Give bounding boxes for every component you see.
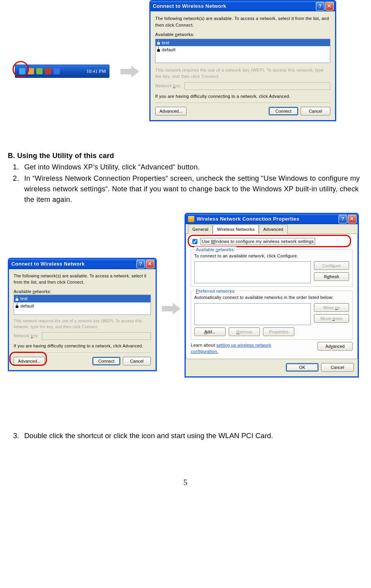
help-button[interactable]: ? xyxy=(136,260,145,268)
antenna-icon xyxy=(157,41,160,45)
antenna-icon xyxy=(16,304,18,308)
taskbar-tray: 10:41 PM xyxy=(15,65,109,78)
network-tray-icon[interactable] xyxy=(45,68,51,74)
available-networks-list[interactable]: test default xyxy=(14,295,151,315)
step-1: Get into Windows XP’s Utility, click “Ad… xyxy=(21,162,363,173)
close-button[interactable]: ✕ xyxy=(146,260,154,268)
preferred-hint: Automatically connect to available netwo… xyxy=(194,294,349,301)
highlight-circle-advanced xyxy=(9,352,47,366)
antenna-icon xyxy=(16,297,18,301)
wireless-properties-dialog: Wireless Network Connection Properties ?… xyxy=(185,213,359,378)
learn-text: Learn about setting up wireless network … xyxy=(191,342,296,355)
dialog-title: Connect to Wireless Network xyxy=(153,2,315,10)
ok-button[interactable]: OK xyxy=(286,363,319,372)
refresh-button[interactable]: Refresh xyxy=(314,272,349,281)
network-key-input xyxy=(42,332,151,340)
remove-button: Remove xyxy=(229,327,260,336)
step-3: Double click the shortcut or click the i… xyxy=(21,430,363,441)
available-label: Available networks: xyxy=(155,31,330,38)
connect-wireless-dialog: Connect to Wireless Network ? ✕ The foll… xyxy=(149,0,336,121)
groupbox-preferred: Preferred networks: Automatically connec… xyxy=(191,291,353,340)
groupbox-available: Available networks: To connect to an ava… xyxy=(191,249,353,287)
highlight-circle-tray xyxy=(13,61,29,77)
difficulty-text: If you are having difficulty connecting … xyxy=(14,343,151,349)
close-button[interactable]: ✕ xyxy=(325,2,334,11)
list-item[interactable]: test xyxy=(14,295,151,302)
add-button[interactable]: Add... xyxy=(194,327,226,336)
dialog-title: Connect to Wireless Network xyxy=(11,260,136,268)
instruction-list: Get into Windows XP’s Utility, click “Ad… xyxy=(8,162,363,205)
network-key-label: Network key: xyxy=(14,333,39,339)
help-button[interactable]: ? xyxy=(316,2,324,11)
tray-clock: 10:41 PM xyxy=(86,68,106,75)
antenna-icon xyxy=(157,48,160,52)
advanced-button[interactable]: Advanced xyxy=(317,342,353,351)
properties-button: Properties xyxy=(263,327,294,336)
available-list[interactable] xyxy=(194,261,311,283)
instruction-list-continued: Double click the shortcut or click the i… xyxy=(8,430,363,441)
preferred-list[interactable] xyxy=(194,303,311,325)
help-button[interactable]: ? xyxy=(339,215,347,223)
cancel-button[interactable]: Cancel xyxy=(321,363,354,372)
tab-strip: General Wireless Networks Advanced xyxy=(186,224,358,234)
page-number: 5 xyxy=(8,477,363,488)
figure-row-2: Connect to Wireless Network ? ✕ The foll… xyxy=(8,213,363,424)
highlight-circle-usewindows xyxy=(188,235,351,247)
list-item[interactable]: test xyxy=(156,39,330,47)
intro-text: The following network(s) are available. … xyxy=(155,15,330,28)
difficulty-text: If you are having difficulty connecting … xyxy=(155,93,330,100)
moveup-button: Move up xyxy=(314,303,349,312)
advanced-button[interactable]: Advanced... xyxy=(155,107,186,115)
group-label: Available networks: xyxy=(194,246,237,253)
shield-tray-icon[interactable] xyxy=(36,68,43,74)
connect-button[interactable]: Connect xyxy=(269,107,298,115)
configure-button: Configure xyxy=(314,261,349,270)
dialog-title: Wireless Network Connection Properties xyxy=(197,215,338,223)
list-item[interactable]: default xyxy=(14,302,151,310)
arrow-icon xyxy=(120,66,140,77)
movedown-button: Move down xyxy=(314,314,349,323)
window-icon xyxy=(188,216,194,222)
available-hint: To connect to an available network, clic… xyxy=(194,253,349,259)
network-key-label: Network key: xyxy=(155,83,181,89)
cancel-button[interactable]: Cancel xyxy=(301,107,330,115)
arrow-icon xyxy=(162,303,181,315)
volume-tray-icon[interactable] xyxy=(54,68,60,74)
list-item[interactable]: default xyxy=(156,46,330,54)
tab-general[interactable]: General xyxy=(188,225,213,234)
network-key-input xyxy=(185,82,330,90)
connect-button[interactable]: Connect xyxy=(92,357,120,365)
available-label: Available networks: xyxy=(14,289,151,295)
group-label: Preferred networks: xyxy=(194,288,237,295)
available-networks-list[interactable]: test default xyxy=(155,39,330,63)
tab-wireless-networks[interactable]: Wireless Networks xyxy=(213,225,259,234)
step-2: In “Wireless Network Connection Properti… xyxy=(21,173,363,205)
wep-note: This network requires the use of a netwo… xyxy=(155,67,330,80)
section-heading: B. Using the Utility of this card xyxy=(8,151,363,161)
close-button[interactable]: ✕ xyxy=(348,215,357,223)
intro-text: The following network(s) are available. … xyxy=(14,273,151,286)
wep-note: This network requires the use of a netwo… xyxy=(14,318,151,330)
figure-row-1: 10:41 PM Connect to Wireless Network ? ✕… xyxy=(8,0,363,135)
tab-advanced[interactable]: Advanced xyxy=(259,225,287,234)
cancel-button[interactable]: Cancel xyxy=(123,357,151,365)
